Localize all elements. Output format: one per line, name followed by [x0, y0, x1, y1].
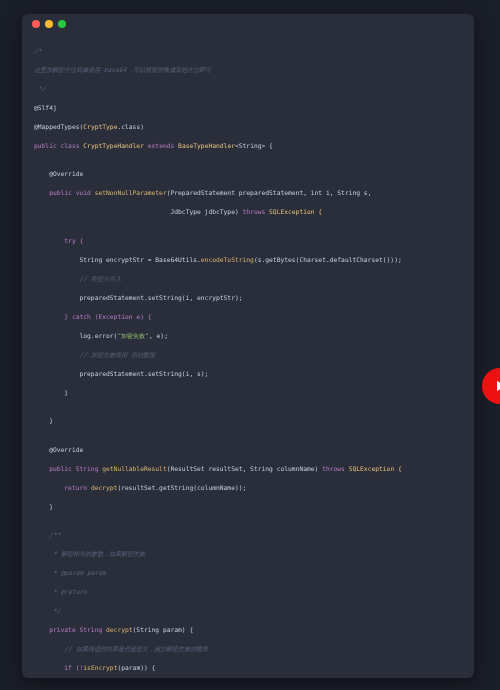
- code-line: 这里加解密方法简单使用 base64，可以根据替换成其他方法即可: [34, 65, 462, 75]
- code-line: }: [34, 502, 462, 512]
- maximize-icon[interactable]: [58, 20, 66, 28]
- code-line: }: [34, 388, 462, 398]
- minimize-icon[interactable]: [45, 20, 53, 28]
- code-line: log.error("加密失败", e);: [34, 331, 462, 341]
- code-line: public void setNonNullParameter(Prepared…: [34, 188, 462, 198]
- code-line: * 解密相关的参数，如果解密失败: [34, 549, 462, 559]
- code-line: public String getNullableResult(ResultSe…: [34, 464, 462, 474]
- code-line: public class CryptTypeHandler extends Ba…: [34, 141, 462, 151]
- code-line: JdbcType jdbcType) throws SQLException {: [34, 207, 462, 217]
- code-line: @Override: [34, 445, 462, 455]
- code-line: /*: [34, 46, 462, 56]
- code-line: preparedStatement.setString(i, encryptSt…: [34, 293, 462, 303]
- code-line: }: [34, 416, 462, 426]
- code-line: * @return: [34, 587, 462, 597]
- code-line: @MappedTypes(CryptType.class): [34, 122, 462, 132]
- code-line: // 如果传进的结果是否是密文，减少解密失败的概率: [34, 644, 462, 654]
- code-line: */: [34, 84, 462, 94]
- share-badge-icon[interactable]: [482, 368, 500, 404]
- code-line: private String decrypt(String param) {: [34, 625, 462, 635]
- code-line: if (!isEncrypt(param)) {: [34, 663, 462, 673]
- code-line: /**: [34, 530, 462, 540]
- code-line: @Slf4j: [34, 103, 462, 113]
- code-line: // 将密文存入: [34, 274, 462, 284]
- code-line: // 加密失败使用 原始数据: [34, 350, 462, 360]
- code-line: try {: [34, 236, 462, 246]
- code-line: * @param param: [34, 568, 462, 578]
- code-line: String encryptStr = Base64Utils.encodeTo…: [34, 255, 462, 265]
- code-block: /* 这里加解密方法简单使用 base64，可以根据替换成其他方法即可 */ @…: [22, 34, 474, 678]
- code-line: return decrypt(resultSet.getString(colum…: [34, 483, 462, 493]
- close-icon[interactable]: [32, 20, 40, 28]
- code-line: */: [34, 606, 462, 616]
- code-window: /* 这里加解密方法简单使用 base64，可以根据替换成其他方法即可 */ @…: [22, 14, 474, 678]
- window-titlebar: [22, 14, 474, 34]
- play-icon: [491, 377, 500, 395]
- code-line: @Override: [34, 169, 462, 179]
- code-line: preparedStatement.setString(i, s);: [34, 369, 462, 379]
- code-line: } catch (Exception e) {: [34, 312, 462, 322]
